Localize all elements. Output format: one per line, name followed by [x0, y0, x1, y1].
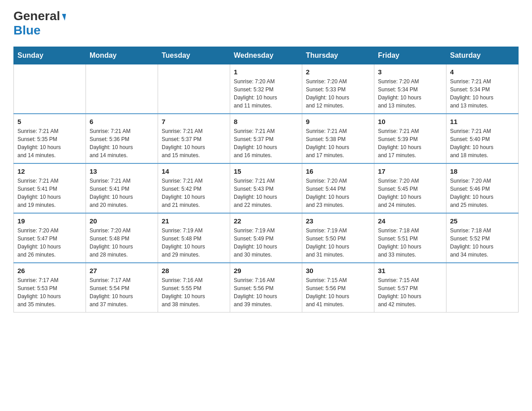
day-info: Sunrise: 7:20 AMSunset: 5:46 PMDaylight:… — [450, 177, 515, 209]
day-info: Sunrise: 7:15 AMSunset: 5:57 PMDaylight:… — [378, 276, 442, 308]
day-info: Sunrise: 7:21 AMSunset: 5:38 PMDaylight:… — [306, 127, 370, 159]
day-info: Sunrise: 7:21 AMSunset: 5:34 PMDaylight:… — [450, 77, 515, 110]
day-info: Sunrise: 7:20 AMSunset: 5:33 PMDaylight:… — [306, 77, 370, 110]
day-info: Sunrise: 7:16 AMSunset: 5:55 PMDaylight:… — [162, 276, 226, 308]
day-info: Sunrise: 7:19 AMSunset: 5:48 PMDaylight:… — [162, 227, 226, 259]
day-number: 1 — [234, 68, 298, 76]
day-number: 20 — [90, 217, 154, 225]
table-row: 16Sunrise: 7:20 AMSunset: 5:44 PMDayligh… — [302, 163, 374, 213]
day-info: Sunrise: 7:21 AMSunset: 5:35 PMDaylight:… — [17, 127, 82, 159]
table-row: 15Sunrise: 7:21 AMSunset: 5:43 PMDayligh… — [230, 163, 302, 213]
day-info: Sunrise: 7:18 AMSunset: 5:51 PMDaylight:… — [378, 227, 442, 259]
day-number: 30 — [306, 267, 370, 274]
day-info: Sunrise: 7:17 AMSunset: 5:53 PMDaylight:… — [17, 276, 82, 308]
calendar-header-row: Sunday Monday Tuesday Wednesday Thursday… — [14, 47, 519, 64]
logo-general-text: General — [13, 9, 60, 23]
table-row: 21Sunrise: 7:19 AMSunset: 5:48 PMDayligh… — [158, 213, 230, 263]
day-number: 24 — [378, 217, 442, 225]
table-row: 13Sunrise: 7:21 AMSunset: 5:41 PMDayligh… — [86, 163, 158, 213]
table-row: 26Sunrise: 7:17 AMSunset: 5:53 PMDayligh… — [14, 263, 86, 313]
day-info: Sunrise: 7:20 AMSunset: 5:44 PMDaylight:… — [306, 177, 370, 209]
table-row: 8Sunrise: 7:21 AMSunset: 5:37 PMDaylight… — [230, 114, 302, 163]
day-number: 19 — [17, 217, 82, 225]
table-row: 19Sunrise: 7:20 AMSunset: 5:47 PMDayligh… — [14, 213, 86, 263]
day-info: Sunrise: 7:15 AMSunset: 5:56 PMDaylight:… — [306, 276, 370, 308]
day-info: Sunrise: 7:18 AMSunset: 5:52 PMDaylight:… — [450, 227, 515, 259]
table-row: 25Sunrise: 7:18 AMSunset: 5:52 PMDayligh… — [446, 213, 519, 263]
table-row: 1Sunrise: 7:20 AMSunset: 5:32 PMDaylight… — [230, 64, 302, 114]
day-number: 6 — [90, 118, 154, 125]
col-friday: Friday — [374, 47, 446, 64]
calendar-week-row: 5Sunrise: 7:21 AMSunset: 5:35 PMDaylight… — [14, 114, 519, 163]
table-row: 30Sunrise: 7:15 AMSunset: 5:56 PMDayligh… — [302, 263, 374, 313]
table-row: 5Sunrise: 7:21 AMSunset: 5:35 PMDaylight… — [14, 114, 86, 163]
day-number: 15 — [234, 167, 298, 175]
table-row: 27Sunrise: 7:17 AMSunset: 5:54 PMDayligh… — [86, 263, 158, 313]
table-row: 31Sunrise: 7:15 AMSunset: 5:57 PMDayligh… — [374, 263, 446, 313]
day-info: Sunrise: 7:19 AMSunset: 5:50 PMDaylight:… — [306, 227, 370, 259]
table-row: 23Sunrise: 7:19 AMSunset: 5:50 PMDayligh… — [302, 213, 374, 263]
day-number: 29 — [234, 267, 298, 274]
day-info: Sunrise: 7:20 AMSunset: 5:45 PMDaylight:… — [378, 177, 442, 209]
day-number: 13 — [90, 167, 154, 175]
day-number: 31 — [378, 267, 442, 274]
col-monday: Monday — [86, 47, 158, 64]
table-row: 3Sunrise: 7:20 AMSunset: 5:34 PMDaylight… — [374, 64, 446, 114]
day-info: Sunrise: 7:21 AMSunset: 5:41 PMDaylight:… — [17, 177, 82, 209]
day-number: 14 — [162, 167, 226, 175]
table-row: 12Sunrise: 7:21 AMSunset: 5:41 PMDayligh… — [14, 163, 86, 213]
calendar-week-row: 1Sunrise: 7:20 AMSunset: 5:32 PMDaylight… — [14, 64, 519, 114]
table-row: 9Sunrise: 7:21 AMSunset: 5:38 PMDaylight… — [302, 114, 374, 163]
day-number: 5 — [17, 118, 82, 125]
day-info: Sunrise: 7:21 AMSunset: 5:37 PMDaylight:… — [162, 127, 226, 159]
day-number: 16 — [306, 167, 370, 175]
calendar-week-row: 26Sunrise: 7:17 AMSunset: 5:53 PMDayligh… — [14, 263, 519, 313]
day-info: Sunrise: 7:21 AMSunset: 5:39 PMDaylight:… — [378, 127, 442, 159]
day-info: Sunrise: 7:20 AMSunset: 5:34 PMDaylight:… — [378, 77, 442, 110]
day-number: 21 — [162, 217, 226, 225]
day-number: 9 — [306, 118, 370, 125]
table-row: 11Sunrise: 7:21 AMSunset: 5:40 PMDayligh… — [446, 114, 519, 163]
table-row: 22Sunrise: 7:19 AMSunset: 5:49 PMDayligh… — [230, 213, 302, 263]
logo-blue-text: Blue — [13, 23, 41, 38]
day-info: Sunrise: 7:21 AMSunset: 5:36 PMDaylight:… — [90, 127, 154, 159]
day-number: 28 — [162, 267, 226, 274]
logo: General Blue — [13, 9, 65, 38]
day-number: 8 — [234, 118, 298, 125]
table-row: 7Sunrise: 7:21 AMSunset: 5:37 PMDaylight… — [158, 114, 230, 163]
table-row — [14, 64, 86, 114]
day-info: Sunrise: 7:16 AMSunset: 5:56 PMDaylight:… — [234, 276, 298, 308]
logo-top-line: General — [13, 9, 65, 23]
day-info: Sunrise: 7:21 AMSunset: 5:43 PMDaylight:… — [234, 177, 298, 209]
day-number: 22 — [234, 217, 298, 225]
day-number: 2 — [306, 68, 370, 76]
day-info: Sunrise: 7:21 AMSunset: 5:41 PMDaylight:… — [90, 177, 154, 209]
col-wednesday: Wednesday — [230, 47, 302, 64]
day-info: Sunrise: 7:21 AMSunset: 5:42 PMDaylight:… — [162, 177, 226, 209]
day-number: 25 — [450, 217, 515, 225]
table-row: 10Sunrise: 7:21 AMSunset: 5:39 PMDayligh… — [374, 114, 446, 163]
day-number: 18 — [450, 167, 515, 175]
day-info: Sunrise: 7:20 AMSunset: 5:32 PMDaylight:… — [234, 77, 298, 110]
col-sunday: Sunday — [14, 47, 86, 64]
day-info: Sunrise: 7:20 AMSunset: 5:48 PMDaylight:… — [90, 227, 154, 259]
day-info: Sunrise: 7:20 AMSunset: 5:47 PMDaylight:… — [17, 227, 82, 259]
table-row: 6Sunrise: 7:21 AMSunset: 5:36 PMDaylight… — [86, 114, 158, 163]
table-row — [446, 263, 519, 313]
col-tuesday: Tuesday — [158, 47, 230, 64]
col-saturday: Saturday — [446, 47, 519, 64]
day-number: 11 — [450, 118, 515, 125]
day-info: Sunrise: 7:17 AMSunset: 5:54 PMDaylight:… — [90, 276, 154, 308]
calendar-table: Sunday Monday Tuesday Wednesday Thursday… — [13, 47, 519, 313]
table-row: 2Sunrise: 7:20 AMSunset: 5:33 PMDaylight… — [302, 64, 374, 114]
day-number: 27 — [90, 267, 154, 274]
table-row: 24Sunrise: 7:18 AMSunset: 5:51 PMDayligh… — [374, 213, 446, 263]
day-info: Sunrise: 7:21 AMSunset: 5:40 PMDaylight:… — [450, 127, 515, 159]
calendar-week-row: 12Sunrise: 7:21 AMSunset: 5:41 PMDayligh… — [14, 163, 519, 213]
table-row: 17Sunrise: 7:20 AMSunset: 5:45 PMDayligh… — [374, 163, 446, 213]
day-number: 26 — [17, 267, 82, 274]
day-number: 4 — [450, 68, 515, 76]
day-number: 23 — [306, 217, 370, 225]
table-row: 28Sunrise: 7:16 AMSunset: 5:55 PMDayligh… — [158, 263, 230, 313]
calendar-week-row: 19Sunrise: 7:20 AMSunset: 5:47 PMDayligh… — [14, 213, 519, 263]
